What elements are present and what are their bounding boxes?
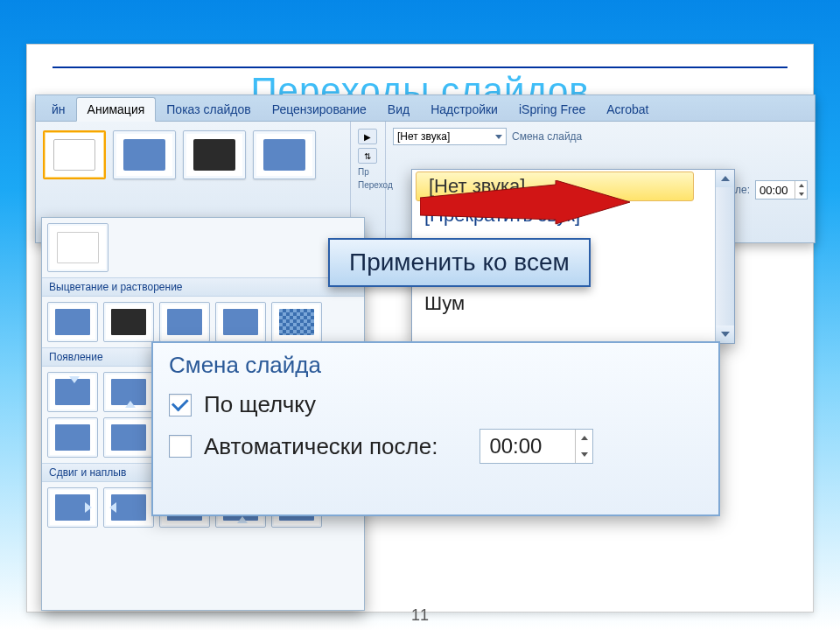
gallery-appear-6[interactable] <box>47 417 98 458</box>
tab-review[interactable]: Рецензирование <box>262 98 377 121</box>
auto-after-label: Автоматически после: <box>204 433 438 460</box>
sound-dropdown[interactable]: [Нет звука] <box>393 128 507 145</box>
gallery-fade-4[interactable] <box>215 302 266 342</box>
sound-item-stop[interactable]: [Прекратить звук] <box>412 201 715 229</box>
scroll-up-icon[interactable] <box>716 170 734 187</box>
ribbon-after-time[interactable]: 00:00 <box>755 180 808 200</box>
auto-after-time-input[interactable]: 00:00 <box>480 429 593 464</box>
transition-fade-3[interactable] <box>253 130 316 179</box>
title-rule <box>52 66 788 68</box>
gallery-fade-3[interactable] <box>159 302 210 342</box>
on-click-checkbox[interactable] <box>169 394 192 416</box>
mini-label-2: Переход <box>358 180 378 190</box>
auto-after-checkbox[interactable] <box>169 435 192 458</box>
gallery-appear-7[interactable] <box>103 417 154 458</box>
sound-item-none[interactable]: [Нет звука] <box>416 172 694 201</box>
apply-all-callout: Применить ко всем <box>328 238 591 287</box>
after-label: ле: <box>735 184 750 196</box>
gallery-push-1[interactable] <box>47 487 98 528</box>
tab-acrobat[interactable]: Acrobat <box>596 98 659 121</box>
gallery-fade-5[interactable] <box>271 302 322 342</box>
tab-ispring[interactable]: iSpring Free <box>508 98 596 121</box>
tab-slideshow[interactable]: Показ слайдов <box>156 98 261 121</box>
mini-label-1: Пр <box>358 167 378 177</box>
gallery-fade-2[interactable] <box>103 302 154 342</box>
scroll-down-icon[interactable] <box>716 326 734 343</box>
slide-change-header: Смена слайда <box>169 352 703 379</box>
sound-scrollbar[interactable] <box>715 170 734 343</box>
auto-after-time-value: 00:00 <box>489 434 542 458</box>
gallery-appear-1[interactable] <box>47 372 98 412</box>
gallery-cat-fade: Выцветание и растворение <box>42 277 364 297</box>
gallery-appear-2[interactable] <box>103 372 154 412</box>
effect-options-icon[interactable]: ⇅ <box>358 148 377 164</box>
tab-design-cut[interactable]: йн <box>41 98 76 121</box>
on-click-label: По щелчку <box>204 391 316 418</box>
auto-after-spinner[interactable] <box>575 430 592 463</box>
slide-change-popup: Смена слайда По щелчку Автоматически пос… <box>151 341 720 516</box>
preview-icon[interactable]: ▶ <box>358 129 377 144</box>
transition-fade-2[interactable] <box>183 130 246 179</box>
gallery-none-thumb[interactable] <box>47 223 108 272</box>
tab-view[interactable]: Вид <box>377 98 420 121</box>
transition-fade-1[interactable] <box>113 130 176 179</box>
ribbon-time-spinner[interactable] <box>794 181 807 199</box>
sound-item-noise[interactable]: Шум <box>412 290 715 318</box>
ribbon-after-time-value: 00:00 <box>760 184 788 197</box>
ribbon-tabs: йн Анимация Показ слайдов Рецензирование… <box>36 95 815 122</box>
gallery-push-2[interactable] <box>103 487 154 528</box>
tab-addins[interactable]: Надстройки <box>420 98 508 121</box>
change-slide-label: Смена слайда <box>512 130 582 143</box>
gallery-fade-1[interactable] <box>47 302 98 342</box>
sound-dropdown-value: [Нет звука] <box>397 130 450 143</box>
tab-animation[interactable]: Анимация <box>76 97 157 122</box>
transition-none[interactable] <box>43 130 106 179</box>
